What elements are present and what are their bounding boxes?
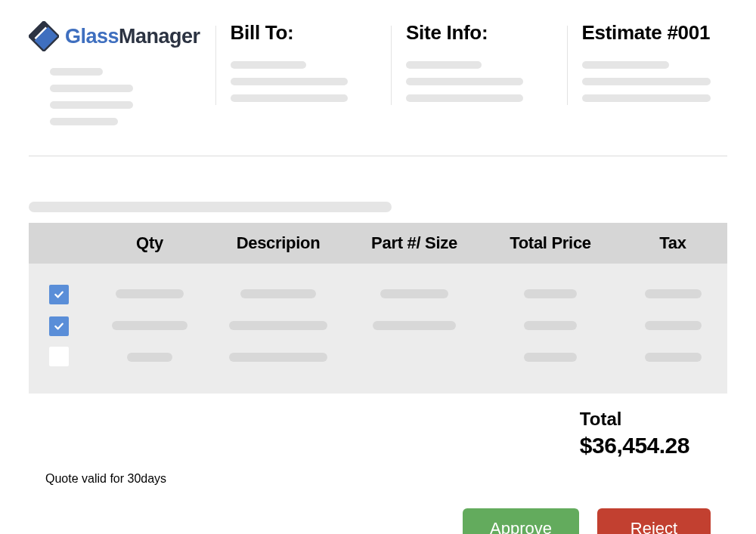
totals-section: Total $36,454.28 — [29, 394, 727, 458]
col-total-price: Total Price — [482, 233, 618, 253]
table-header: Qty Descripion Part #/ Size Total Price … — [29, 223, 727, 264]
cell-placeholder — [229, 321, 327, 330]
logo-icon — [29, 21, 59, 51]
placeholder-line — [50, 118, 118, 125]
total-label: Total — [580, 409, 689, 430]
row-checkbox[interactable] — [49, 285, 69, 304]
reject-button[interactable]: Reject — [597, 508, 711, 534]
header-row: GlassManager Bill To: Site Info: — [29, 21, 727, 156]
placeholder-line — [50, 68, 103, 76]
validity-note: Quote valid for 30days — [29, 458, 727, 486]
line-items-table: Qty Descripion Part #/ Size Total Price … — [29, 223, 727, 394]
table-body — [29, 264, 727, 394]
bill-to-column: Bill To: — [215, 21, 391, 111]
placeholder-line — [406, 94, 523, 102]
logo: GlassManager — [29, 21, 200, 51]
cell-placeholder — [240, 289, 316, 298]
col-part: Part #/ Size — [346, 233, 482, 253]
approve-button[interactable]: Approve — [463, 508, 579, 534]
cell-placeholder — [524, 353, 577, 362]
cell-placeholder — [127, 353, 172, 362]
cell-placeholder — [645, 353, 702, 362]
check-icon — [53, 320, 65, 332]
table-row — [29, 342, 727, 374]
site-info-heading: Site Info: — [406, 21, 551, 45]
placeholder-line — [582, 61, 669, 69]
cell-placeholder — [380, 289, 448, 298]
placeholder-line — [231, 61, 306, 69]
placeholder-line — [582, 94, 711, 102]
estimate-column: Estimate #001 — [567, 21, 727, 111]
bill-to-heading: Bill To: — [231, 21, 376, 45]
logo-text: GlassManager — [65, 25, 200, 48]
action-buttons: Approve Reject — [29, 486, 727, 534]
cell-placeholder — [645, 321, 702, 330]
description-placeholder — [29, 202, 392, 212]
placeholder-line — [50, 101, 133, 109]
placeholder-line — [50, 85, 133, 92]
row-checkbox[interactable] — [49, 347, 69, 366]
check-icon — [53, 289, 65, 301]
cell-placeholder — [524, 321, 577, 330]
col-qty: Qty — [89, 233, 210, 253]
placeholder-line — [582, 78, 711, 85]
placeholder-line — [231, 94, 348, 102]
col-description: Descripion — [210, 233, 346, 253]
total-amount: $36,454.28 — [580, 433, 689, 458]
row-checkbox[interactable] — [49, 316, 69, 336]
estimate-heading: Estimate #001 — [582, 21, 727, 45]
cell-placeholder — [229, 353, 327, 362]
logo-column: GlassManager — [29, 21, 215, 134]
cell-placeholder — [645, 289, 702, 298]
cell-placeholder — [373, 321, 456, 330]
table-row — [29, 310, 727, 342]
col-tax: Tax — [618, 233, 727, 253]
placeholder-line — [406, 61, 482, 69]
site-info-column: Site Info: — [391, 21, 566, 111]
placeholder-line — [231, 78, 348, 85]
cell-placeholder — [116, 289, 184, 298]
table-row — [29, 279, 727, 310]
placeholder-line — [406, 78, 523, 85]
logo-text-part2: Manager — [119, 25, 200, 48]
cell-placeholder — [524, 289, 577, 298]
cell-placeholder — [112, 321, 187, 330]
logo-text-part1: Glass — [65, 25, 119, 48]
